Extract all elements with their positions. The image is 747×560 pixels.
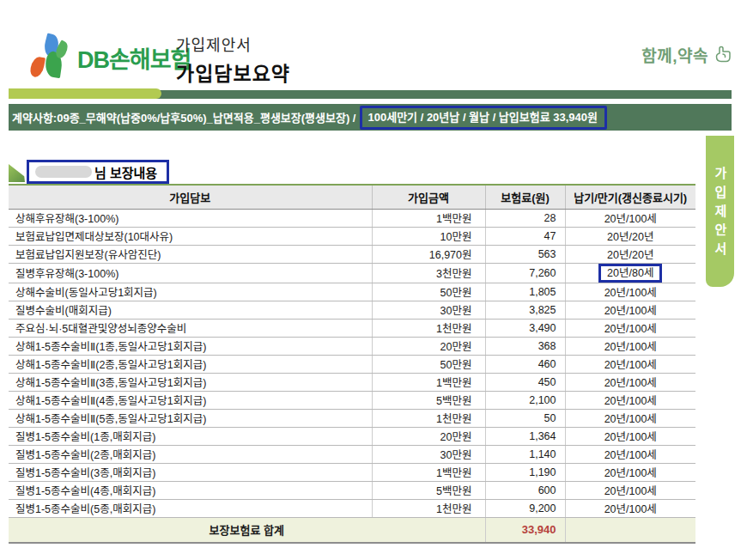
contract-highlight-box: 100세만기 / 20년납 / 월납 / 납입보험료 33,940원 (360, 106, 607, 130)
term-cell: 20년/100세 (565, 499, 695, 517)
logo-leaf-orange (29, 56, 46, 78)
premium-cell: 1,805 (485, 283, 565, 301)
redacted-customer-name (35, 166, 92, 178)
coverage-amount-cell: 5백만원 (372, 391, 485, 409)
coverage-amount-cell: 1천만원 (372, 319, 485, 337)
term-cell: 20년/100세 (565, 427, 695, 445)
brand-slogan: 함께,약속 (641, 43, 733, 66)
header-row: 가입담보 가입금액 보험료(원) 납기/만기(갱신종료시기) (9, 186, 695, 209)
table-row: 상해후유장해(3-100%)1백만원2820년/100세 (9, 209, 695, 227)
company-logo: DB손해보험 (31, 34, 191, 81)
coverage-name-cell: 질병1-5종수술비(4종,매회지급) (9, 481, 372, 499)
coverage-table-body: 상해후유장해(3-100%)1백만원2820년/100세보험료납입면제대상보장(… (9, 209, 695, 517)
table-row: 상해1-5종수술비Ⅱ(5종,동일사고당1회지급)1천만원5020년/100세 (9, 409, 695, 427)
coverage-table-header: 가입담보 가입금액 보험료(원) 납기/만기(갱신종료시기) (9, 186, 695, 209)
coverage-table-footer: 보장보험료 합계 33,940 (9, 517, 695, 543)
coverage-amount-cell: 16,970원 (372, 245, 485, 263)
term-cell: 20년/100세 (565, 319, 695, 337)
premium-cell: 28 (485, 209, 565, 227)
coverage-name-cell: 주요심·뇌·5대혈관및양성뇌종양수술비 (9, 319, 372, 337)
table-row: 질병1-5종수술비(3종,매회지급)1백만원1,19020년/100세 (9, 463, 695, 481)
coverage-amount-cell: 5백만원 (372, 481, 485, 499)
term-cell: 20년/100세 (565, 283, 695, 301)
premium-cell: 1,364 (485, 427, 565, 445)
coverage-name-cell: 보험료납입지원보장(유사암진단) (9, 245, 372, 263)
premium-cell: 47 (485, 227, 565, 245)
premium-cell: 1,190 (485, 463, 565, 481)
premium-cell: 450 (485, 373, 565, 391)
term-cell: 20년/100세 (565, 463, 695, 481)
premium-cell: 1,140 (485, 445, 565, 463)
coverage-amount-cell: 20만원 (372, 337, 485, 355)
coverage-amount-cell: 50만원 (372, 355, 485, 373)
total-empty-cell (565, 517, 695, 543)
coverage-name-cell: 상해1-5종수술비Ⅱ(3종,동일사고당1회지급) (9, 373, 372, 391)
term-highlight-box: 20년/80세 (598, 264, 662, 283)
premium-cell: 460 (485, 355, 565, 373)
coverage-name-cell: 상해후유장해(3-100%) (9, 209, 372, 227)
coverage-name-cell: 질병1-5종수술비(3종,매회지급) (9, 463, 372, 481)
slogan-text: 함께,약속 (641, 43, 708, 66)
table-row: 상해1-5종수술비Ⅱ(3종,동일사고당1회지급)1백만원45020년/100세 (9, 373, 695, 391)
coverage-name-cell: 질병1-5종수술비(2종,매회지급) (9, 445, 372, 463)
term-cell: 20년/100세 (565, 337, 695, 355)
table-row: 질병1-5종수술비(1종,매회지급)20만원1,36420년/100세 (9, 427, 695, 445)
pinky-promise-hand-icon (713, 45, 733, 65)
table-row: 상해1-5종수술비Ⅱ(2종,동일사고당1회지급)50만원46020년/100세 (9, 355, 695, 373)
total-premium-value: 33,940 (485, 517, 565, 543)
document-page: DB손해보험 가입제안서 가입담보요약 함께,약속 계약사항:09종_무해약(납… (0, 0, 747, 560)
coverage-amount-cell: 50만원 (372, 283, 485, 301)
table-row: 보험료납입면제대상보장(10대사유)10만원4720년/20년 (9, 227, 695, 245)
coverage-name-cell: 질병1-5종수술비(1종,매회지급) (9, 427, 372, 445)
coverage-amount-cell: 3천만원 (372, 263, 485, 283)
side-tab-proposal[interactable]: 가입제안서 (706, 136, 734, 287)
premium-cell: 600 (485, 481, 565, 499)
coverage-name-cell: 보험료납입면제대상보장(10대사유) (9, 227, 372, 245)
term-cell: 20년/20년 (565, 227, 695, 245)
header-rule-dark (146, 90, 732, 99)
col-header-term: 납기/만기(갱신종료시기) (565, 186, 695, 209)
contract-summary-bar: 계약사항:09종_무해약(납중0%/납후50%)_납면적용_평생보장(평생보장)… (9, 104, 732, 131)
coverage-amount-cell: 1백만원 (372, 209, 485, 227)
section-leaf-icon (9, 164, 25, 182)
contract-terms-text: 계약사항:09종_무해약(납중0%/납후50%)_납면적용_평생보장(평생보장)… (12, 109, 355, 125)
coverage-amount-cell: 1천만원 (372, 409, 485, 427)
coverage-name-cell: 질병후유장해(3-100%) (9, 263, 372, 283)
table-row: 질병1-5종수술비(2종,매회지급)30만원1,14020년/100세 (9, 445, 695, 463)
term-cell: 20년/100세 (565, 445, 695, 463)
table-row: 보험료납입지원보장(유사암진단)16,970원56320년/20년 (9, 245, 695, 263)
term-cell: 20년/20년 (565, 245, 695, 263)
premium-cell: 3,825 (485, 301, 565, 319)
premium-cell: 2,100 (485, 391, 565, 409)
premium-cell: 50 (485, 409, 565, 427)
term-cell: 20년/100세 (565, 209, 695, 227)
premium-cell: 563 (485, 245, 565, 263)
document-subtitle: 가입제안서 (176, 33, 290, 55)
table-row: 상해1-5종수술비Ⅱ(4종,동일사고당1회지급)5백만원2,10020년/100… (9, 391, 695, 409)
col-header-coverage: 가입담보 (9, 186, 372, 209)
table-row: 질병1-5종수술비(5종,매회지급)1천만원9,20020년/100세 (9, 499, 695, 517)
term-cell: 20년/100세 (565, 391, 695, 409)
page-title: 가입담보요약 (176, 58, 290, 87)
table-row: 질병1-5종수술비(4종,매회지급)5백만원60020년/100세 (9, 481, 695, 499)
coverage-name-cell: 상해수술비(동일사고당1회지급) (9, 283, 372, 301)
table-row: 주요심·뇌·5대혈관및양성뇌종양수술비1천만원3,49020년/100세 (9, 319, 695, 337)
total-row: 보장보험료 합계 33,940 (9, 517, 695, 543)
section-title-text: 님 보장내용 (94, 163, 157, 181)
col-header-premium: 보험료(원) (485, 186, 565, 209)
header-rule-light (9, 88, 161, 99)
total-label: 보장보험료 합계 (9, 517, 485, 543)
premium-cell: 9,200 (485, 499, 565, 517)
term-cell: 20년/80세 (565, 263, 695, 283)
coverage-amount-cell: 10만원 (372, 227, 485, 245)
document-titles: 가입제안서 가입담보요약 (176, 33, 290, 87)
coverage-table: 가입담보 가입금액 보험료(원) 납기/만기(갱신종료시기) 상해후유장해(3-… (9, 186, 695, 544)
coverage-name-cell: 상해1-5종수술비Ⅱ(5종,동일사고당1회지급) (9, 409, 372, 427)
db-logo-icon (31, 34, 70, 81)
coverage-amount-cell: 1백만원 (372, 463, 485, 481)
coverage-name-cell: 상해1-5종수술비Ⅱ(1종,동일사고당1회지급) (9, 337, 372, 355)
coverage-name-cell: 상해1-5종수술비Ⅱ(4종,동일사고당1회지급) (9, 391, 372, 409)
table-row: 질병후유장해(3-100%)3천만원7,26020년/80세 (9, 263, 695, 283)
term-cell: 20년/100세 (565, 373, 695, 391)
table-row: 질병수술비(매회지급)30만원3,82520년/100세 (9, 301, 695, 319)
